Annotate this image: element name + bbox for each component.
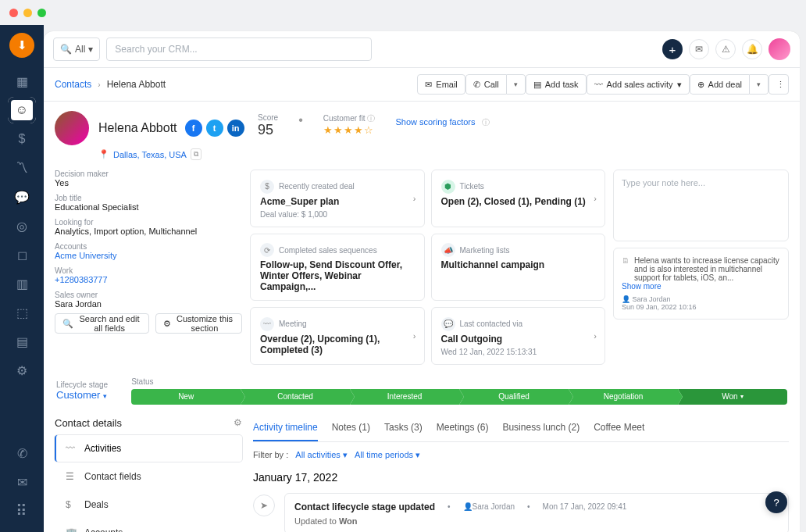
- rail-campaigns-icon[interactable]: ◻: [8, 241, 36, 268]
- chevron-right-icon: ›: [594, 331, 597, 341]
- dollar-icon: $: [66, 499, 77, 510]
- stage-won[interactable]: Won ▾: [678, 389, 787, 405]
- card-meeting[interactable]: 〰Meeting Overdue (2), Upcoming (1), Comp…: [250, 307, 425, 365]
- email-button[interactable]: ✉Email: [417, 74, 465, 95]
- card-recent-deal[interactable]: $Recently created deal Acme_Super plan D…: [250, 170, 425, 227]
- add-task-button[interactable]: ▤Add task: [526, 74, 587, 95]
- search-fields-button[interactable]: 🔍Search and edit all fields: [55, 313, 149, 334]
- tab-coffee-meet[interactable]: Coffee Meet: [594, 417, 644, 441]
- rail-inbox-icon[interactable]: ✉: [8, 469, 36, 495]
- sequence-icon: ⟳: [260, 243, 274, 257]
- filter-periods-dropdown[interactable]: All time periods ▾: [355, 450, 420, 459]
- chevron-right-icon: ›: [98, 80, 100, 89]
- timeline-tabs: Activity timeline Notes (1) Tasks (3) Me…: [253, 417, 789, 442]
- mail-icon[interactable]: ✉: [689, 39, 709, 59]
- note-input[interactable]: Type your note here...: [613, 170, 789, 241]
- call-split-dropdown[interactable]: ▾: [507, 74, 526, 95]
- stage-new[interactable]: New: [131, 389, 241, 405]
- rail-contacts-icon[interactable]: ☺: [8, 97, 36, 123]
- fit-stars: ★★★★☆: [323, 124, 376, 136]
- timeline-item[interactable]: Contact lifecycle stage updated • 👤Sara …: [284, 493, 789, 533]
- chevron-down-icon: ▾: [103, 392, 107, 400]
- rail-phone-icon[interactable]: ✆: [8, 440, 36, 466]
- chevron-down-icon: ▾: [677, 80, 682, 90]
- nav-activities[interactable]: 〰Activities: [55, 435, 242, 462]
- add-button[interactable]: +: [662, 39, 683, 59]
- rail-target-icon[interactable]: ◎: [8, 212, 36, 239]
- owner-label: Sales owner: [55, 291, 242, 299]
- tab-notes[interactable]: Notes (1): [332, 417, 370, 441]
- stage-contacted[interactable]: Contacted: [241, 389, 350, 405]
- contact-avatar: [55, 111, 89, 145]
- user-icon: 👤: [622, 295, 630, 303]
- stage-qualified[interactable]: Qualified: [459, 389, 569, 405]
- user-avatar[interactable]: [769, 38, 790, 60]
- facebook-icon[interactable]: f: [185, 120, 202, 137]
- copy-icon[interactable]: ⧉: [191, 148, 202, 160]
- task-icon: ▤: [533, 80, 541, 90]
- customize-section-button[interactable]: ⚙Customize this section: [155, 313, 242, 334]
- nav-deals[interactable]: $Deals: [55, 491, 242, 518]
- rail-package-icon[interactable]: ⬚: [8, 299, 36, 326]
- stage-interested[interactable]: Interested: [350, 389, 459, 405]
- scope-dropdown[interactable]: 🔍 All ▾: [53, 37, 100, 61]
- looking-label: Looking for: [55, 218, 242, 227]
- tab-activity-timeline[interactable]: Activity timeline: [253, 417, 318, 441]
- help-fab[interactable]: ?: [765, 491, 787, 513]
- call-button[interactable]: ✆Call: [465, 74, 507, 95]
- rail-settings-icon[interactable]: ⚙: [8, 357, 36, 384]
- rail-docs-icon[interactable]: ▤: [8, 328, 36, 355]
- gear-icon[interactable]: ⚙: [234, 417, 242, 428]
- info-icon[interactable]: ⓘ: [482, 118, 490, 127]
- timeline-date-heading: January 17, 2022: [253, 471, 789, 484]
- stage-negotiation[interactable]: Negotiation: [569, 389, 678, 405]
- add-deal-split-dropdown[interactable]: ▾: [750, 74, 769, 95]
- add-deal-button[interactable]: ⊕Add deal: [690, 74, 750, 95]
- show-factors-link[interactable]: Show scoring factors: [395, 117, 475, 127]
- work-value[interactable]: +1280383777: [55, 275, 242, 284]
- search-input[interactable]: [106, 37, 372, 61]
- breadcrumb-current: Helena Abbott: [107, 79, 166, 90]
- show-more-link[interactable]: Show more: [622, 282, 780, 291]
- rail-chat-icon[interactable]: 💬: [8, 184, 36, 210]
- card-tickets[interactable]: ⬢Tickets Open (2), Closed (1), Pending (…: [431, 170, 606, 227]
- tab-business-lunch[interactable]: Business lunch (2): [502, 417, 580, 441]
- lifecycle-bar: Lifecycle stage Customer ▾ Status New Co…: [55, 374, 789, 408]
- rail-apps-icon[interactable]: ⠿: [8, 498, 36, 524]
- traffic-close[interactable]: [9, 9, 18, 17]
- alert-icon[interactable]: ⚠: [715, 39, 736, 59]
- decision-label: Decision maker: [55, 170, 242, 178]
- tab-tasks[interactable]: Tasks (3): [384, 417, 423, 441]
- more-button[interactable]: ⋮: [769, 74, 789, 95]
- status-pipeline[interactable]: New Contacted Interested Qualified Negot…: [131, 389, 787, 405]
- twitter-icon[interactable]: t: [206, 120, 223, 137]
- rail-reports-icon[interactable]: 〽: [8, 155, 36, 181]
- rail-deals-icon[interactable]: $: [8, 126, 36, 152]
- app-logo[interactable]: ⬇: [9, 33, 34, 58]
- rail-analytics-icon[interactable]: ▥: [8, 270, 36, 297]
- work-label: Work: [55, 266, 242, 275]
- plus-icon: ⊕: [697, 80, 704, 90]
- info-icon[interactable]: ⓘ: [367, 114, 375, 123]
- note-preview: 🗎 Helena wants to increase license capac…: [613, 248, 789, 320]
- chevron-down-icon: ▾: [740, 393, 744, 400]
- card-marketing[interactable]: 📣Marketing lists Multichannel campaign: [431, 234, 606, 302]
- lifecycle-stage-dropdown[interactable]: Customer ▾: [56, 389, 108, 401]
- contact-details-title: Contact details: [55, 417, 122, 429]
- accounts-value[interactable]: Acme University: [55, 251, 242, 260]
- bell-icon[interactable]: 🔔: [742, 39, 762, 59]
- owner-value: Sara Jordan: [55, 299, 242, 309]
- rail-calendar-icon[interactable]: ▦: [8, 68, 36, 95]
- nav-accounts[interactable]: 🏢Accounts: [55, 520, 242, 533]
- traffic-min[interactable]: [23, 9, 32, 17]
- tab-meetings[interactable]: Meetings (6): [437, 417, 489, 441]
- card-sequences[interactable]: ⟳Completed sales sequences Follow-up, Se…: [250, 234, 425, 302]
- nav-contact-fields[interactable]: ☰Contact fields: [55, 463, 242, 490]
- add-activity-button[interactable]: 〰Add sales activity ▾: [587, 74, 690, 95]
- contact-location[interactable]: Dallas, Texas, USA: [113, 150, 187, 159]
- filter-activities-dropdown[interactable]: All activities ▾: [295, 450, 348, 459]
- linkedin-icon[interactable]: in: [227, 120, 244, 137]
- breadcrumb-root[interactable]: Contacts: [55, 79, 91, 90]
- card-last-contact[interactable]: 💬Last contacted via Call Outgoing Wed 12…: [431, 307, 606, 365]
- traffic-max[interactable]: [37, 9, 46, 17]
